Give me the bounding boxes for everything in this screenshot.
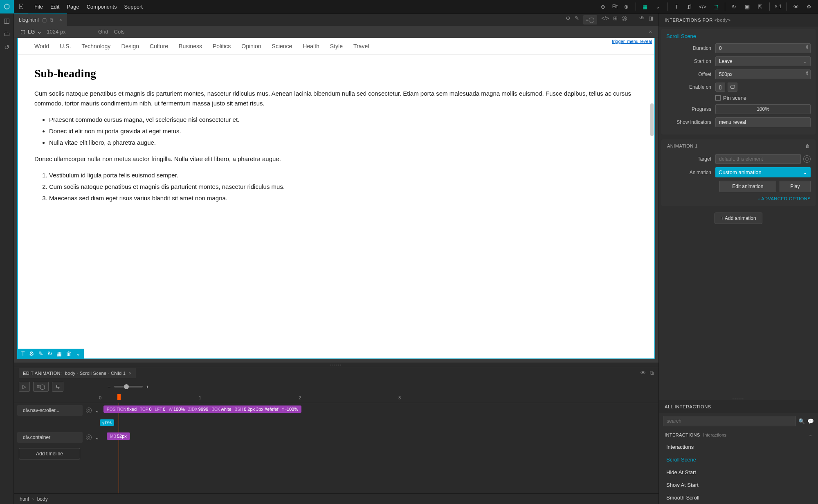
page-content[interactable]: Sub-heading Cum sociis natoque penatibus… [18,55,654,220]
add-animation-button[interactable]: + Add animation [715,213,762,224]
menu-support[interactable]: Support [124,4,143,10]
fit-label[interactable]: Fit [612,4,618,9]
chevron-down-icon[interactable]: ⌄ [76,350,81,357]
offset-input[interactable] [715,69,811,79]
pages-icon[interactable]: ◫ [4,17,10,25]
keyframe[interactable]: mb52px [107,432,130,440]
cols-toggle[interactable]: Cols [114,29,125,35]
grid-toggle[interactable]: Grid [98,29,108,35]
align-button[interactable]: ⇆ [52,382,63,392]
eye-icon[interactable]: 👁 [639,15,645,25]
menu-file[interactable]: File [34,4,43,10]
chevron-down-icon[interactable]: ⌄ [95,408,99,414]
zoom-in-icon[interactable]: + [146,384,149,390]
export-icon[interactable]: ⇱ [756,4,764,10]
settings-sliders-icon[interactable]: ⚙ [29,350,34,357]
playhead-icon[interactable] [117,394,121,400]
menu-components[interactable]: Components [87,4,117,10]
brush-icon[interactable]: ✎ [38,350,43,357]
brush-icon[interactable]: ✎ [575,15,579,25]
code-panel-icon[interactable]: </> [601,15,609,25]
advanced-options-link[interactable]: › ADVANCED OPTIONS [666,196,811,201]
nav-item[interactable]: Health [303,43,319,49]
zoom-slider[interactable] [114,386,143,388]
nav-item[interactable]: Technology [82,43,111,49]
breadcrumb-item[interactable]: body [37,496,48,502]
timeline-row-label[interactable]: div.container [17,432,83,443]
keyframe[interactable]: Positionfixed top0 lft0 w100% zidx9999 b… [103,405,301,413]
close-icon[interactable]: × [129,371,132,376]
eye-icon[interactable]: 👁 [640,370,646,376]
nav-item[interactable]: Science [272,43,292,49]
nav-item[interactable]: Opinion [241,43,261,49]
target-icon[interactable] [86,408,92,413]
animation-select[interactable]: Custom animation⌄ [715,167,811,177]
preview-panel-icon[interactable]: ▣ [743,4,751,10]
inspect-icon[interactable]: ⬚ [712,4,720,10]
search-input[interactable] [663,416,796,426]
table-icon[interactable]: ▦ [56,350,62,357]
menu-page[interactable]: Page [67,4,79,10]
add-timeline-button[interactable]: Add timeline [19,448,80,459]
text-tool-icon[interactable]: T [672,4,681,10]
canvas[interactable]: trigger_menu reveal World U.S. Technolog… [17,38,655,359]
plugins-icon[interactable]: ⊞ [613,15,618,25]
chevron-down-icon[interactable]: ⌄ [95,435,99,441]
scrollbar-thumb[interactable] [650,103,654,136]
refresh-icon[interactable]: ↻ [730,4,738,10]
settings-sliders-icon[interactable]: ⚙ [566,15,571,25]
layout-grid-icon[interactable]: ▦ [641,4,649,10]
timeline-row-label[interactable]: div.nav-scroller... [17,405,83,416]
nav-item[interactable]: World [34,43,49,49]
nav-item[interactable]: Culture [150,43,168,49]
breakpoint-selector[interactable]: ▢ LG ⌄ [20,29,42,35]
nav-item[interactable]: Design [121,43,139,49]
zoom-out-icon[interactable]: ⊖ [599,4,607,10]
help-icon[interactable]: 💬 [807,418,814,424]
resize-handle[interactable]: •••••• [14,363,658,367]
interactions-category[interactable]: INTERACTIONS Interactions ⌄ [659,429,818,441]
play-button[interactable]: ▷ [19,382,30,392]
duration-input[interactable] [715,43,811,53]
breadcrumb-item[interactable]: html [20,496,29,502]
animation-tab[interactable]: EDIT ANIMATION: body - Scroll Scene - Ch… [19,368,136,378]
interaction-item[interactable]: Show At Start [662,479,815,491]
nav-item[interactable]: Style [330,43,343,49]
close-icon[interactable]: × [59,17,62,23]
settings-gear-icon[interactable]: ⚙ [805,4,813,10]
target-icon[interactable] [803,155,811,163]
nav-item[interactable]: Politics [213,43,231,49]
interaction-item[interactable]: Interactions [662,441,815,453]
structure-icon[interactable]: ⇵ [685,4,694,10]
app-logo-icon[interactable] [0,0,14,13]
nav-item[interactable]: Travel [353,43,369,49]
panel-toggle-icon[interactable]: ◨ [649,15,654,25]
interaction-item[interactable]: Hide At Start [662,466,815,479]
zoom-in-icon[interactable]: ⊕ [622,4,631,10]
edit-animation-button[interactable]: Edit animation [719,181,776,192]
nav-item[interactable]: U.S. [60,43,71,49]
keyframe[interactable]: y0% [100,419,114,426]
timeline-ruler[interactable]: 0 1 2 3 [14,394,658,403]
expand-icon[interactable]: ⧉ [650,370,654,376]
visibility-icon[interactable]: 👁 [792,4,800,10]
zoom-level[interactable]: × 1 [775,4,782,9]
nav-item[interactable]: Business [179,43,202,49]
repeat-icon[interactable]: ↻ [47,350,52,357]
tab-blog-html[interactable]: blog.html ▢ ⧉ × [14,13,67,26]
interaction-item[interactable]: Scroll Scene [662,453,815,466]
mobile-icon[interactable]: ▯ [715,83,725,92]
close-canvas-icon[interactable]: × [649,29,652,35]
interaction-item[interactable]: Smooth Scroll [662,491,815,504]
trash-icon[interactable]: 🗑 [66,350,72,357]
wordpress-icon[interactable]: Ⓦ [622,15,627,25]
pin-scene-checkbox[interactable] [715,95,721,101]
chevron-down-icon[interactable]: ⌄ [654,4,662,10]
start-on-select[interactable]: Leave⌄ [715,56,811,66]
code-icon[interactable]: </> [699,4,707,10]
desktop-icon[interactable]: 🖵 [728,83,737,92]
indicators-input[interactable] [715,117,811,127]
assets-icon[interactable]: 🗀 [4,30,10,38]
loop-button[interactable]: ≡◯ [33,382,49,392]
text-edit-icon[interactable]: T [21,350,25,357]
